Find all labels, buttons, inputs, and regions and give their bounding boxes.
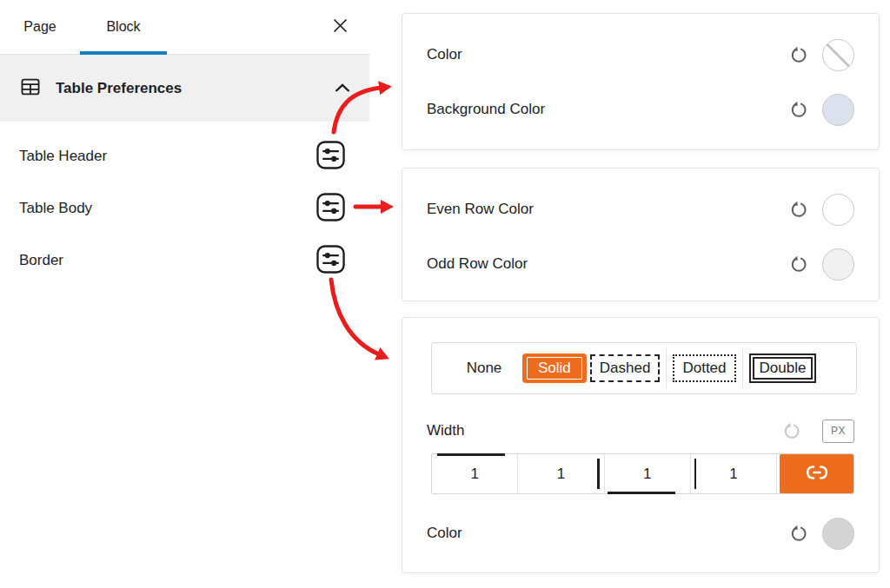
block-settings-sidebar: Page Block Table Preferences Table Heade… (0, 0, 369, 588)
tab-block[interactable]: Block (80, 0, 167, 54)
color-label: Color (427, 46, 462, 63)
reset-icon[interactable] (790, 255, 808, 274)
background-color-row: Background Color (427, 88, 854, 131)
reset-icon[interactable] (790, 101, 808, 119)
border-color-swatch[interactable] (822, 518, 854, 550)
link-sides-button[interactable] (780, 454, 853, 493)
color-swatch-none[interactable] (822, 39, 854, 71)
popover-table-header-colors: Color Background Color (402, 13, 880, 150)
odd-row-color-swatch[interactable] (822, 248, 854, 281)
border-style-double-button[interactable]: Double (749, 353, 817, 383)
list-item-table-body: Table Body (0, 182, 369, 235)
section-title: Table Preferences (56, 80, 335, 97)
reset-icon-disabled[interactable] (783, 422, 801, 440)
link-icon (806, 465, 828, 483)
sliders-icon (315, 192, 346, 225)
even-row-color-swatch[interactable] (822, 194, 854, 226)
border-style-solid-label: Solid (527, 357, 582, 380)
reset-icon[interactable] (790, 201, 808, 219)
reset-icon[interactable] (790, 525, 808, 543)
table-header-settings-button[interactable] (315, 140, 346, 173)
border-color-label: Color (427, 525, 462, 542)
item-label: Table Body (19, 200, 92, 217)
table-preferences-section-toggle[interactable]: Table Preferences (0, 55, 369, 122)
border-width-right-input[interactable] (518, 454, 603, 493)
border-width-top-field (432, 454, 518, 493)
background-color-swatch[interactable] (822, 94, 854, 126)
tab-page-label: Page (23, 19, 56, 35)
sidebar-tabbar: Page Block (0, 0, 369, 55)
border-style-solid-button[interactable]: Solid (522, 353, 587, 383)
table-icon (19, 76, 42, 102)
sliders-icon (315, 244, 346, 277)
width-label: Width (427, 422, 464, 439)
list-item-border: Border (0, 235, 369, 287)
color-row: Color (427, 33, 854, 76)
border-width-header: Width PX (427, 415, 854, 446)
popover-border-settings: None Solid Dashed Dotted Double Width PX (402, 317, 880, 573)
border-width-left-field (691, 454, 777, 493)
item-label: Border (19, 252, 63, 269)
table-body-settings-button[interactable] (315, 192, 346, 225)
border-width-inputs (431, 453, 854, 494)
divider (666, 348, 667, 388)
list-item-table-header: Table Header (0, 130, 369, 182)
border-width-bottom-field (605, 454, 691, 493)
preference-item-list: Table Header Table Body (0, 122, 369, 287)
border-style-group: None Solid Dashed Dotted Double (431, 342, 857, 394)
border-width-left-input[interactable] (691, 454, 776, 493)
tab-page[interactable]: Page (0, 0, 80, 54)
border-style-dashed-button[interactable]: Dashed (590, 354, 661, 382)
unit-px-button[interactable]: PX (822, 420, 854, 443)
border-style-none-button[interactable]: None (453, 354, 515, 382)
border-settings-button[interactable] (315, 244, 346, 277)
chevron-up-icon (335, 81, 350, 96)
even-row-color-row: Even Row Color (427, 188, 854, 231)
border-width-right-field (518, 454, 604, 493)
border-width-top-input[interactable] (432, 454, 517, 493)
border-width-bottom-input[interactable] (605, 454, 690, 493)
tab-block-label: Block (106, 19, 140, 35)
popover-table-body-colors: Even Row Color Odd Row Color (402, 168, 880, 301)
close-icon (333, 18, 348, 36)
border-color-row: Color (427, 514, 854, 552)
border-style-dotted-button[interactable]: Dotted (673, 354, 735, 382)
odd-row-color-label: Odd Row Color (427, 255, 528, 273)
odd-row-color-row: Odd Row Color (427, 242, 854, 286)
close-sidebar-button[interactable] (322, 0, 357, 54)
background-color-label: Background Color (427, 101, 545, 118)
item-label: Table Header (19, 148, 107, 165)
reset-icon[interactable] (790, 46, 808, 64)
sliders-icon (315, 140, 346, 173)
even-row-color-label: Even Row Color (427, 201, 534, 218)
divider (742, 348, 743, 388)
